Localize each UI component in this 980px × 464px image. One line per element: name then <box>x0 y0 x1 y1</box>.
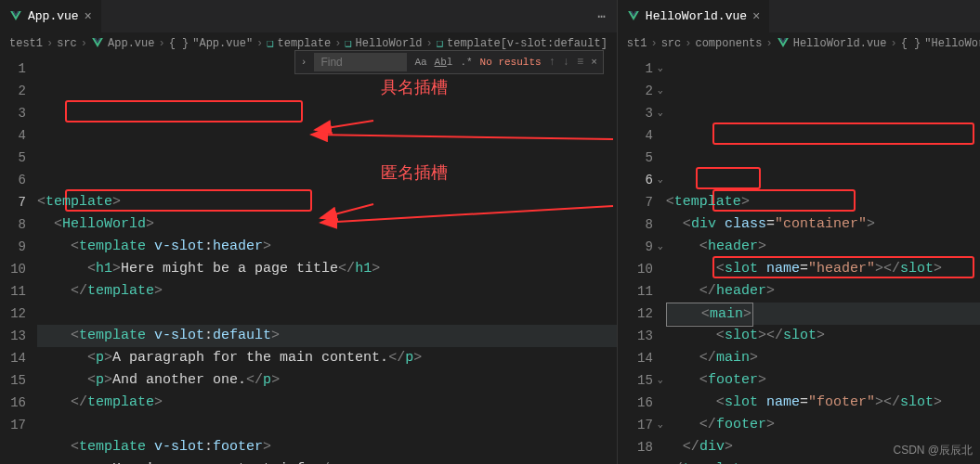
left-editor-pane: App.vue × ⋯ test1 › src › App.vue › { } … <box>0 0 618 464</box>
highlight-box-slot-header <box>712 122 974 145</box>
highlight-box-main <box>696 167 761 189</box>
close-icon[interactable]: × <box>85 9 92 24</box>
code-line[interactable]: </template> <box>37 280 617 303</box>
right-editor[interactable]: ⌄⌄⌄⌄⌄⌄⌄ 123456789101112131415161718 <tem… <box>618 54 980 464</box>
code-line[interactable]: <div class="container"> <box>666 213 980 236</box>
highlight-box-named-slot <box>65 100 303 122</box>
vue-file-icon <box>627 11 640 22</box>
right-gutter: ⌄⌄⌄⌄⌄⌄⌄ 123456789101112131415161718 <box>618 54 666 464</box>
code-line[interactable]: <template> <box>37 191 617 213</box>
tab-overflow-icon[interactable]: ⋯ <box>588 8 616 24</box>
next-match-icon[interactable]: ↓ <box>563 56 569 69</box>
code-line[interactable]: <template v-slot:footer> <box>37 436 617 458</box>
code-line[interactable]: <main> <box>666 303 980 325</box>
left-gutter: 1234567891011121314151617 <box>0 54 37 464</box>
find-results: No results <box>480 57 542 68</box>
code-line[interactable]: <slot name="footer"></slot> <box>666 392 980 414</box>
regex-icon[interactable]: .* <box>460 57 472 68</box>
code-line[interactable] <box>37 303 617 325</box>
code-line[interactable] <box>37 414 617 436</box>
code-line[interactable]: <footer> <box>666 369 980 392</box>
editor-split-view: App.vue × ⋯ test1 › src › App.vue › { } … <box>0 0 980 464</box>
chevron-right-icon[interactable]: › <box>301 57 307 68</box>
vue-file-icon <box>9 11 22 22</box>
tab-label: App.vue <box>28 9 79 23</box>
code-line[interactable]: <template v-slot:default> <box>37 325 617 347</box>
code-line[interactable]: <template> <box>666 191 980 213</box>
left-tabs: App.vue × ⋯ <box>0 0 617 32</box>
code-line[interactable]: <header> <box>666 236 980 258</box>
selection-icon[interactable]: ≡ <box>577 56 583 69</box>
code-line[interactable]: </template> <box>666 458 980 464</box>
code-line[interactable]: <template v-slot:header> <box>37 236 617 258</box>
left-editor[interactable]: 1234567891011121314151617 具名插槽 匿名插槽 <tem… <box>0 54 617 464</box>
left-code[interactable]: 具名插槽 匿名插槽 <template> <HelloWorld> <templ… <box>37 54 617 464</box>
code-line[interactable]: </footer> <box>666 414 980 436</box>
watermark: CSDN @辰辰北 <box>893 443 973 458</box>
match-case-icon[interactable]: Aa <box>414 57 426 68</box>
right-tabs: HelloWorld.vue × <box>618 0 980 32</box>
match-word-icon[interactable]: Abl <box>435 57 453 68</box>
tab-app-vue[interactable]: App.vue × <box>0 0 101 32</box>
code-line[interactable]: <p>A paragraph for the main content.</p> <box>37 347 617 369</box>
close-icon[interactable]: × <box>752 9 760 24</box>
right-editor-pane: HelloWorld.vue × st1 › src › components … <box>618 0 980 464</box>
code-line[interactable]: <slot></slot> <box>666 325 980 347</box>
annotation-named-slot: 具名插槽 <box>381 76 448 98</box>
right-breadcrumbs[interactable]: st1 › src › components › HelloWorld.vue … <box>618 32 980 54</box>
tab-helloworld-vue[interactable]: HelloWorld.vue × <box>618 0 770 32</box>
code-line[interactable]: <HelloWorld> <box>37 213 617 236</box>
annotation-anon-slot: 匿名插槽 <box>381 161 448 184</box>
code-line[interactable]: </main> <box>666 347 980 369</box>
code-line[interactable]: </header> <box>666 280 980 303</box>
code-line[interactable]: </template> <box>37 392 617 414</box>
find-input[interactable] <box>314 53 407 71</box>
prev-match-icon[interactable]: ↑ <box>549 56 555 69</box>
tab-label: HelloWorld.vue <box>646 9 747 23</box>
code-line[interactable]: <p>Here's some contact info</p> <box>37 458 617 464</box>
code-line[interactable]: <slot name="header"></slot> <box>666 258 980 280</box>
find-widget[interactable]: › Aa Abl .* No results ↑ ↓ ≡ × <box>294 50 604 74</box>
code-line[interactable]: <p>And another one.</p> <box>37 369 617 392</box>
close-find-icon[interactable]: × <box>591 57 597 68</box>
code-line[interactable]: <h1>Here might be a page title</h1> <box>37 258 617 280</box>
right-code[interactable]: <template> <div class="container"> <head… <box>666 54 980 464</box>
